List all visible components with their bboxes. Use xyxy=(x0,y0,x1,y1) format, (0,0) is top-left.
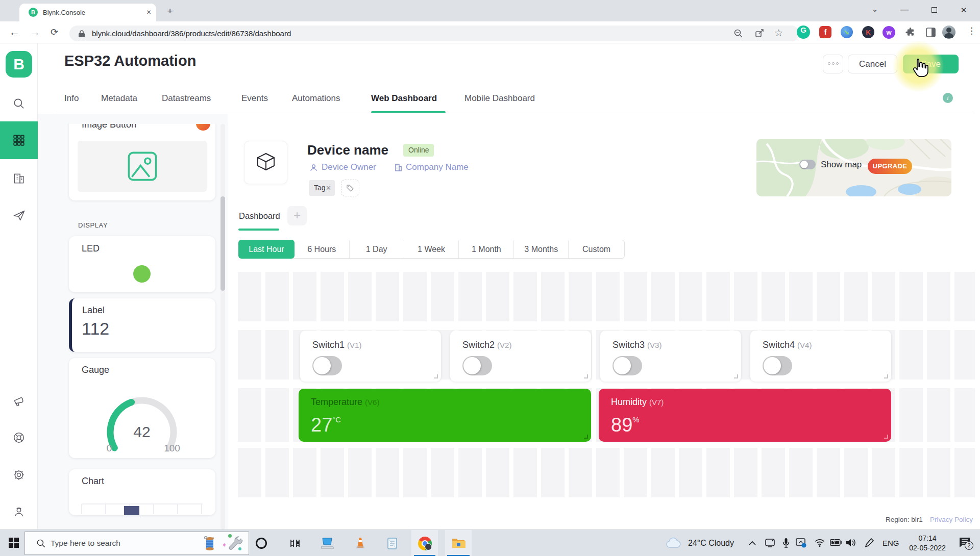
tray-chevron-icon[interactable] xyxy=(748,540,756,546)
switch1-widget[interactable]: Switch1 (V1) xyxy=(300,331,441,382)
add-tag-button[interactable] xyxy=(341,180,359,196)
tab-mobile-dashboard[interactable]: Mobile Dashboard xyxy=(464,93,535,104)
new-tab-button[interactable]: + xyxy=(164,6,176,17)
address-bar[interactable]: blynk.cloud/dashboard/386/products/edit/… xyxy=(69,26,799,41)
switch4-widget[interactable]: Switch4 (V4) xyxy=(750,331,891,382)
notification-icon[interactable]: 2 xyxy=(959,537,972,551)
tray-volume-icon[interactable] xyxy=(846,538,856,547)
taskbar-utility-icon[interactable] xyxy=(282,530,308,556)
sidebar-notifications[interactable] xyxy=(0,203,38,228)
tab-metadata[interactable]: Metadata xyxy=(101,93,137,104)
tray-mic-icon[interactable] xyxy=(782,538,790,548)
tray-display-icon[interactable] xyxy=(765,539,775,547)
tab-info[interactable]: Info xyxy=(64,93,79,104)
more-actions-button[interactable] xyxy=(823,55,843,73)
zoom-out-icon[interactable] xyxy=(733,29,743,38)
reload-icon[interactable]: ⟳ xyxy=(51,21,58,43)
tray-wifi-icon[interactable] xyxy=(815,539,825,547)
sidebar-support[interactable] xyxy=(0,425,38,450)
range-1-month[interactable]: 1 Month xyxy=(459,240,514,258)
blynk-logo[interactable]: B xyxy=(6,51,32,78)
weather-text[interactable]: 24°C Cloudy xyxy=(688,530,734,556)
switch3-toggle[interactable] xyxy=(612,356,642,375)
widget-gauge[interactable]: Gauge 42 0 100 xyxy=(69,358,215,458)
upgrade-badge[interactable]: UPGRADE xyxy=(868,159,912,174)
idm-extension-icon[interactable]: ➘ xyxy=(841,26,853,38)
switch2-widget[interactable]: Switch2 (V2) xyxy=(450,331,591,382)
share-icon[interactable] xyxy=(755,29,765,38)
cancel-button[interactable]: Cancel xyxy=(848,55,897,73)
browser-avatar[interactable] xyxy=(942,26,955,39)
kite-extension-icon[interactable]: K xyxy=(862,26,874,38)
resize-handle[interactable] xyxy=(434,374,438,378)
resize-handle[interactable] xyxy=(884,374,888,378)
resize-handle[interactable] xyxy=(884,435,888,439)
sidebar-search[interactable] xyxy=(0,91,38,116)
browser-menu-kebab-icon[interactable]: ⋮ xyxy=(967,26,976,36)
temperature-widget[interactable]: Temperature (V6) 27°C xyxy=(299,389,591,442)
browser-tab[interactable]: B Blynk.Console ✕ xyxy=(19,4,156,21)
tag-remove-icon[interactable]: ✕ xyxy=(326,180,331,196)
add-dashboard-tab-button[interactable]: + xyxy=(287,206,307,225)
taskbar-vlc-icon[interactable] xyxy=(347,530,374,556)
taskbar-search[interactable]: Type here to search ✦ xyxy=(24,532,249,555)
humidity-widget[interactable]: Humidity (V7) 89% xyxy=(599,389,891,442)
switch4-toggle[interactable] xyxy=(763,356,792,375)
sidebar-templates-active[interactable] xyxy=(0,121,38,159)
switch3-widget[interactable]: Switch3 (V3) xyxy=(600,331,741,382)
sidebar-announcements[interactable] xyxy=(0,389,38,414)
switch1-toggle[interactable] xyxy=(312,356,342,375)
tray-pen-icon[interactable] xyxy=(865,538,874,548)
back-icon[interactable]: ← xyxy=(9,21,20,43)
tab-events[interactable]: Events xyxy=(241,93,268,104)
dashboard-subtab[interactable]: Dashboard xyxy=(239,211,280,221)
range-custom[interactable]: Custom xyxy=(569,240,624,258)
show-map-toggle[interactable] xyxy=(799,160,816,169)
tray-battery-icon[interactable] xyxy=(830,539,842,546)
tab-close-icon[interactable]: ✕ xyxy=(144,8,153,17)
sidebar-settings[interactable] xyxy=(0,462,38,488)
clock[interactable]: 07:14 02-05-2022 xyxy=(899,534,955,553)
minimize-button[interactable]: — xyxy=(894,0,915,20)
close-window-button[interactable]: ✕ xyxy=(953,0,974,20)
widget-label[interactable]: Label 112 xyxy=(69,298,215,352)
tab-automations[interactable]: Automations xyxy=(292,93,340,104)
resize-handle[interactable] xyxy=(584,435,588,439)
extensions-puzzle-icon[interactable] xyxy=(905,27,916,38)
taskbar-opera-icon[interactable] xyxy=(248,530,275,556)
restore-button[interactable] xyxy=(924,0,944,20)
sidebar-organization[interactable] xyxy=(0,166,38,191)
tray-cast-icon[interactable] xyxy=(796,538,807,548)
range-last-hour[interactable]: Last Hour xyxy=(238,240,295,259)
resize-handle[interactable] xyxy=(734,374,738,378)
bookmark-star-icon[interactable]: ☆ xyxy=(774,27,783,39)
company-name-link[interactable]: Company Name xyxy=(406,162,469,172)
range-1-week[interactable]: 1 Week xyxy=(404,240,459,258)
taskbar-notepad-icon[interactable] xyxy=(379,530,406,556)
widget-chart[interactable]: Chart xyxy=(69,469,215,515)
forward-icon[interactable]: → xyxy=(30,21,40,43)
range-6-hours[interactable]: 6 Hours xyxy=(295,240,350,258)
switch2-toggle[interactable] xyxy=(462,356,492,375)
grammarly-extension-icon[interactable]: G xyxy=(797,26,810,39)
flash-extension-icon[interactable]: f xyxy=(819,26,831,38)
tab-datastreams[interactable]: Datastreams xyxy=(162,93,211,104)
wordtune-extension-icon[interactable]: w xyxy=(883,26,895,39)
range-1-day[interactable]: 1 Day xyxy=(350,240,404,258)
tag-chip[interactable]: Tag✕ xyxy=(309,180,335,196)
language-indicator[interactable]: ENG xyxy=(883,530,899,556)
device-owner-link[interactable]: Device Owner xyxy=(322,162,376,172)
tab-search-chevron-icon[interactable]: ⌄ xyxy=(865,0,885,20)
widget-image-button[interactable]: Image Button xyxy=(69,124,215,200)
taskbar-explorer-icon[interactable] xyxy=(445,530,472,556)
resize-handle[interactable] xyxy=(584,374,588,378)
widget-led[interactable]: LED xyxy=(69,236,215,292)
taskbar-pc-icon[interactable] xyxy=(314,530,341,556)
range-3-months[interactable]: 3 Months xyxy=(514,240,569,258)
info-icon[interactable]: i xyxy=(943,93,953,103)
panel-scrollbar-thumb[interactable] xyxy=(220,196,225,291)
tab-web-dashboard[interactable]: Web Dashboard xyxy=(371,93,437,104)
start-button-icon[interactable] xyxy=(9,538,19,548)
taskbar-chrome-icon[interactable] xyxy=(411,530,438,556)
sidebar-profile[interactable] xyxy=(0,499,38,525)
